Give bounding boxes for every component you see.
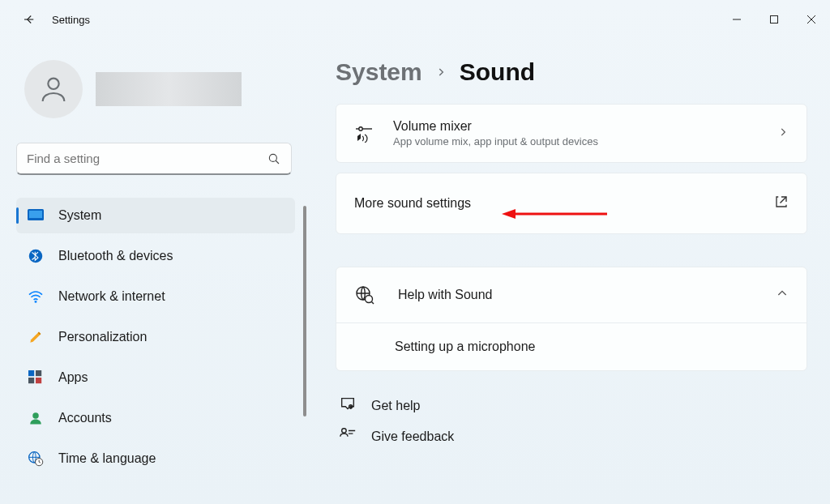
nav-label: Personalization — [58, 330, 147, 344]
svg-rect-9 — [28, 370, 34, 376]
svg-point-19 — [366, 296, 373, 303]
footer-label: Give feedback — [371, 429, 454, 444]
globe-clock-icon — [28, 451, 44, 467]
more-sound-settings-card[interactable]: More sound settings — [336, 173, 807, 234]
svg-point-13 — [32, 412, 39, 419]
svg-line-4 — [276, 160, 279, 164]
svg-rect-11 — [28, 378, 34, 383]
user-profile[interactable] — [24, 60, 308, 118]
maximize-icon — [769, 15, 779, 24]
avatar — [24, 60, 83, 118]
nav-item-network[interactable]: Network & internet — [16, 279, 295, 314]
svg-point-23 — [342, 429, 347, 434]
breadcrumb-parent[interactable]: System — [336, 58, 422, 86]
minimize-icon — [732, 15, 742, 24]
user-name-redacted — [96, 72, 242, 106]
nav-label: System — [58, 208, 101, 223]
breadcrumb: System Sound — [336, 58, 807, 86]
window-controls — [718, 6, 830, 32]
nav-item-accounts[interactable]: Accounts — [16, 400, 295, 436]
svg-point-17 — [359, 126, 362, 130]
svg-point-2 — [48, 79, 58, 89]
content-area: System Sound Volume mixer App volume mix… — [308, 39, 830, 504]
svg-point-7 — [29, 250, 43, 263]
nav-item-personalization[interactable]: Personalization — [16, 319, 295, 355]
minimize-button[interactable] — [718, 6, 755, 32]
titlebar: Settings — [0, 0, 830, 39]
person-icon — [37, 73, 70, 105]
help-item-microphone[interactable]: Setting up a microphone — [336, 323, 806, 370]
help-title: Help with Sound — [398, 288, 753, 302]
svg-text:?: ? — [350, 406, 352, 409]
svg-rect-10 — [36, 370, 41, 376]
help-with-sound-card: Help with Sound Setting up a microphone — [336, 267, 807, 371]
svg-point-3 — [269, 154, 276, 161]
give-feedback-link[interactable]: Give feedback — [336, 426, 807, 447]
bluetooth-icon — [28, 248, 44, 264]
arrow-left-icon — [22, 12, 36, 27]
nav-label: Accounts — [58, 411, 112, 425]
chevron-right-icon — [777, 126, 789, 141]
svg-rect-6 — [29, 211, 42, 218]
svg-rect-12 — [36, 378, 41, 383]
apps-icon — [28, 369, 44, 386]
nav-item-system[interactable]: System — [16, 198, 295, 233]
search-input[interactable] — [27, 152, 267, 165]
sidebar: System Bluetooth & devices Network & int… — [0, 39, 308, 504]
nav-label: Bluetooth & devices — [58, 249, 173, 263]
chevron-right-icon — [435, 63, 447, 82]
nav-item-bluetooth[interactable]: Bluetooth & devices — [16, 238, 295, 274]
card-title: Volume mixer — [393, 119, 759, 134]
card-subtitle: App volume mix, app input & output devic… — [393, 135, 759, 147]
nav-label: Apps — [58, 370, 88, 385]
svg-rect-1 — [771, 16, 778, 23]
breadcrumb-current: Sound — [460, 58, 535, 86]
nav-label: Network & internet — [58, 289, 165, 304]
svg-point-8 — [35, 301, 37, 303]
search-box[interactable] — [16, 143, 292, 175]
footer-label: Get help — [371, 399, 420, 413]
volume-mixer-card[interactable]: Volume mixer App volume mix, app input &… — [336, 104, 807, 163]
maximize-button[interactable] — [755, 6, 793, 32]
nav-item-time-language[interactable]: Time & language — [16, 441, 295, 476]
get-help-link[interactable]: ? Get help — [336, 395, 807, 416]
mixer-icon — [354, 125, 375, 143]
feedback-icon — [339, 426, 357, 447]
chevron-up-icon — [776, 287, 789, 303]
app-title: Settings — [52, 14, 90, 26]
back-button[interactable] — [19, 10, 39, 29]
footer-links: ? Get help Give feedback — [336, 395, 807, 447]
wifi-icon — [28, 288, 44, 305]
paintbrush-icon — [28, 329, 44, 345]
globe-search-icon — [354, 285, 375, 305]
nav-item-apps[interactable]: Apps — [16, 360, 295, 395]
account-icon — [28, 410, 44, 426]
nav-label: Time & language — [58, 451, 156, 466]
display-icon — [28, 207, 44, 224]
nav-list: System Bluetooth & devices Network & int… — [16, 198, 295, 476]
help-icon: ? — [339, 395, 357, 416]
close-icon — [806, 15, 816, 24]
search-icon — [267, 152, 281, 166]
open-external-icon — [774, 194, 789, 212]
card-title: More sound settings — [354, 196, 756, 211]
help-header[interactable]: Help with Sound — [336, 267, 806, 323]
svg-line-20 — [372, 302, 374, 305]
close-button[interactable] — [793, 6, 830, 32]
